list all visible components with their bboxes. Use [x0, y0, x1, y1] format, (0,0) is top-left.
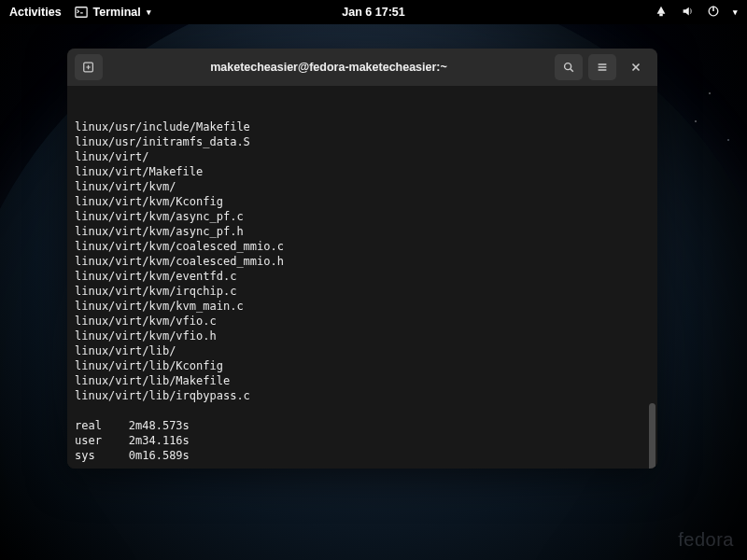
window-title: maketecheasier@fedora-maketecheasier:~ — [108, 61, 549, 74]
search-icon — [562, 61, 575, 74]
terminal-viewport[interactable]: linux/usr/include/Makefile linux/usr/ini… — [67, 86, 657, 469]
terminal-icon — [75, 6, 88, 19]
power-icon[interactable] — [707, 5, 720, 21]
scrollbar-thumb[interactable] — [649, 403, 655, 469]
terminal-window: maketecheasier@fedora-maketecheasier:~ l… — [67, 49, 657, 469]
system-menu-caret-icon: ▾ — [733, 7, 738, 17]
app-menu-button[interactable]: Terminal ▾ — [75, 6, 151, 19]
window-titlebar[interactable]: maketecheasier@fedora-maketecheasier:~ — [67, 49, 657, 86]
app-menu-label: Terminal — [93, 6, 141, 19]
chevron-down-icon: ▾ — [147, 7, 151, 17]
svg-rect-1 — [659, 13, 663, 16]
gnome-top-bar: Activities Terminal ▾ Jan 6 17:51 ▾ — [0, 0, 747, 24]
svg-point-7 — [565, 63, 571, 70]
volume-icon[interactable] — [681, 5, 694, 21]
svg-line-8 — [571, 69, 573, 72]
new-tab-button[interactable] — [75, 54, 103, 80]
activities-button[interactable]: Activities — [9, 6, 62, 19]
new-tab-icon — [82, 61, 95, 74]
fedora-watermark: fedora — [678, 529, 734, 551]
hamburger-menu-button[interactable] — [588, 54, 616, 80]
close-button[interactable] — [622, 54, 650, 80]
terminal-output: linux/usr/include/Makefile linux/usr/ini… — [75, 119, 650, 463]
network-status-icon[interactable] — [655, 5, 668, 21]
close-icon — [629, 61, 642, 74]
hamburger-icon — [596, 61, 609, 74]
search-button[interactable] — [555, 54, 583, 80]
clock-button[interactable]: Jan 6 17:51 — [342, 6, 404, 19]
